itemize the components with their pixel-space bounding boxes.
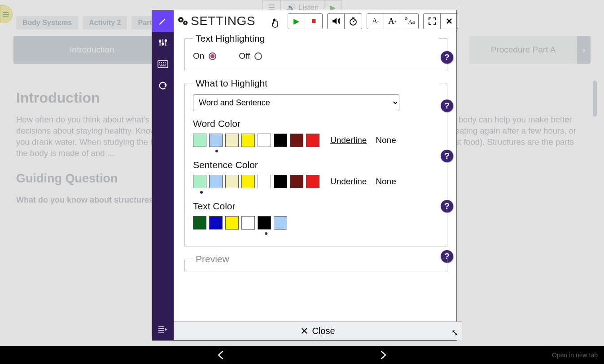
svg-point-5 bbox=[180, 19, 182, 21]
modal-toolbar: SETTINGS ▶ ■ bbox=[174, 10, 462, 32]
sidebar-sliders[interactable] bbox=[152, 32, 174, 53]
text-highlighting-group: Text Highlighting ? On Off bbox=[184, 38, 447, 71]
tab-introduction[interactable]: Introduction bbox=[13, 36, 171, 64]
scrollbar[interactable] bbox=[593, 81, 597, 117]
word-color-label: Word Color bbox=[193, 118, 439, 129]
underline-option[interactable]: Underline bbox=[330, 135, 367, 145]
fullscreen-button[interactable] bbox=[424, 14, 441, 29]
none-option[interactable]: None bbox=[376, 177, 396, 186]
none-option[interactable]: None bbox=[376, 135, 396, 145]
word-color-swatches: UnderlineNone bbox=[193, 134, 439, 147]
color-swatch[interactable] bbox=[209, 134, 223, 147]
resize-handle-icon[interactable]: ⤡ bbox=[451, 328, 458, 338]
svg-point-7 bbox=[184, 22, 186, 23]
svg-point-1 bbox=[162, 43, 164, 45]
gear-icon bbox=[177, 16, 189, 26]
radio-off-icon bbox=[254, 52, 262, 60]
preview-group: Preview bbox=[184, 259, 447, 272]
crumb-body-systems[interactable]: Body Systems bbox=[16, 16, 78, 30]
color-swatch[interactable] bbox=[258, 175, 271, 188]
sidebar-pencil[interactable] bbox=[152, 10, 174, 32]
volume-button[interactable] bbox=[328, 14, 345, 29]
close-label: Close bbox=[312, 326, 335, 336]
color-swatch[interactable] bbox=[290, 175, 303, 188]
text-color-label: Text Color bbox=[193, 201, 439, 212]
prev-page-button[interactable] bbox=[216, 350, 226, 360]
play-button[interactable]: ▶ bbox=[288, 14, 305, 29]
settings-modal: SETTINGS ▶ ■ bbox=[152, 10, 457, 341]
sidebar-expand-tab[interactable] bbox=[0, 5, 13, 23]
preview-legend: Preview bbox=[193, 254, 439, 264]
crumb-activity-2[interactable]: Activity 2 bbox=[83, 16, 127, 30]
close-x-icon: ✕ bbox=[300, 325, 308, 337]
color-swatch[interactable] bbox=[241, 134, 255, 147]
help-highlighting[interactable]: ? bbox=[441, 51, 453, 64]
sidebar-collapse[interactable] bbox=[152, 319, 174, 340]
modal-sidebar bbox=[152, 10, 174, 340]
help-what-highlight[interactable]: ? bbox=[441, 100, 453, 112]
text-color-swatches bbox=[193, 216, 439, 230]
open-new-tab-link[interactable]: Open in new tab bbox=[552, 351, 598, 359]
sentence-color-label: Sentence Color bbox=[193, 160, 439, 170]
svg-point-0 bbox=[159, 40, 161, 42]
color-swatch[interactable] bbox=[274, 216, 287, 230]
settings-title: SETTINGS bbox=[177, 14, 255, 28]
color-swatch[interactable] bbox=[225, 216, 239, 230]
color-swatch[interactable] bbox=[225, 175, 239, 188]
font-decrease-button[interactable]: A- bbox=[367, 14, 384, 29]
help-word-color[interactable]: ? bbox=[441, 150, 453, 162]
sentence-selected-dot bbox=[200, 191, 203, 194]
what-to-highlight-group: What to Highlight ? Word and Sentence Wo… bbox=[184, 83, 447, 247]
tab-procedure-a[interactable]: Procedure Part A bbox=[469, 36, 577, 64]
text-highlighting-legend: Text Highlighting bbox=[193, 33, 439, 44]
word-selected-dot bbox=[215, 150, 218, 152]
help-sentence-color[interactable]: ? bbox=[441, 200, 453, 212]
cursor-icon bbox=[271, 18, 279, 28]
color-swatch[interactable] bbox=[306, 134, 320, 147]
color-swatch[interactable] bbox=[258, 216, 271, 230]
color-swatch[interactable] bbox=[193, 216, 206, 230]
sidebar-undo[interactable] bbox=[152, 75, 174, 96]
sidebar-keyboard[interactable] bbox=[152, 53, 174, 75]
what-to-highlight-legend: What to Highlight bbox=[193, 78, 439, 89]
color-swatch[interactable] bbox=[274, 175, 287, 188]
color-swatch[interactable] bbox=[241, 175, 255, 188]
color-swatch[interactable] bbox=[193, 134, 206, 147]
text-selected-dot bbox=[265, 232, 267, 235]
highlight-off-radio[interactable]: Off bbox=[239, 51, 262, 61]
color-swatch[interactable] bbox=[290, 134, 303, 147]
next-page-button[interactable] bbox=[378, 350, 388, 360]
color-swatch[interactable] bbox=[274, 134, 287, 147]
color-swatch[interactable] bbox=[241, 216, 255, 230]
speed-button[interactable] bbox=[345, 14, 362, 29]
color-swatch[interactable] bbox=[225, 134, 239, 147]
underline-option[interactable]: Underline bbox=[330, 177, 367, 186]
highlight-on-radio[interactable]: On bbox=[193, 51, 216, 61]
next-section-arrow[interactable]: › bbox=[577, 36, 591, 64]
font-increase-button[interactable]: A+ bbox=[384, 14, 401, 29]
close-bar[interactable]: ✕ Close ⤡ bbox=[174, 321, 462, 340]
bottom-nav: Open in new tab bbox=[0, 346, 604, 364]
sentence-color-swatches: UnderlineNone bbox=[193, 175, 439, 188]
svg-point-2 bbox=[165, 40, 167, 42]
color-swatch[interactable] bbox=[258, 134, 271, 147]
color-swatch[interactable] bbox=[209, 216, 223, 230]
highlight-scope-select[interactable]: Word and Sentence bbox=[193, 94, 399, 111]
color-swatch[interactable] bbox=[306, 175, 320, 188]
settings-content: Text Highlighting ? On Off Wh bbox=[174, 32, 462, 321]
close-modal-button[interactable]: ✕ bbox=[441, 14, 458, 29]
radio-on-icon bbox=[209, 52, 216, 60]
color-swatch[interactable] bbox=[209, 175, 223, 188]
stop-button[interactable]: ■ bbox=[305, 14, 322, 29]
font-settings-button[interactable]: ⚙Aa bbox=[401, 14, 418, 29]
color-swatch[interactable] bbox=[193, 175, 206, 188]
